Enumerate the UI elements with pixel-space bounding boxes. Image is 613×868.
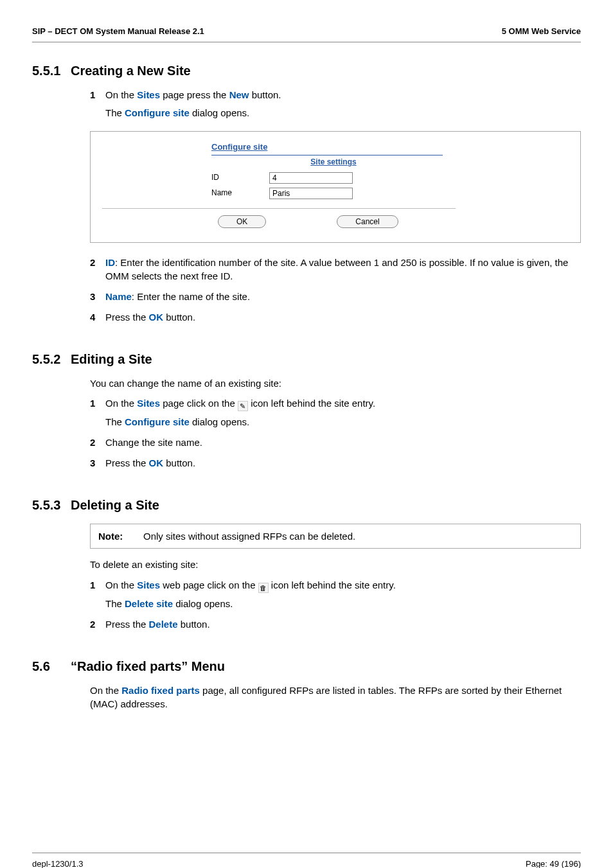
text: Change the site name. bbox=[105, 436, 581, 450]
text: page click on the bbox=[160, 398, 238, 409]
text: Press the bbox=[105, 312, 149, 323]
delete-ref: Delete bbox=[149, 619, 178, 630]
text: The bbox=[105, 107, 125, 118]
text: : Enter the identification number of the… bbox=[105, 257, 568, 282]
list-item: 1 On the Sites page click on the ✎ icon … bbox=[90, 396, 581, 429]
note-text: Only sites without assigned RFPs can be … bbox=[143, 529, 355, 544]
configure-site-dialog: Configure site Site settings ID Name OK … bbox=[90, 131, 581, 242]
text: Press the bbox=[105, 457, 149, 468]
text: dialog opens. bbox=[190, 107, 249, 118]
text: button. bbox=[163, 312, 195, 323]
text: icon left behind the site entry. bbox=[269, 580, 396, 590]
cancel-button[interactable]: Cancel bbox=[337, 215, 398, 228]
input-id[interactable] bbox=[269, 172, 353, 184]
section-title: Editing a Site bbox=[71, 350, 152, 369]
step-number: 2 bbox=[90, 436, 105, 450]
text: button. bbox=[178, 619, 210, 630]
step-number: 4 bbox=[90, 310, 105, 324]
section-title: “Radio fixed parts” Menu bbox=[71, 657, 225, 676]
text: button. bbox=[163, 457, 195, 468]
section-number: 5.5.2 bbox=[32, 350, 71, 369]
page-header: SIP – DECT OM System Manual Release 2.1 … bbox=[32, 26, 581, 42]
step-number: 3 bbox=[90, 290, 105, 304]
form-row-id: ID bbox=[211, 172, 456, 184]
list-item: 3 Press the OK button. bbox=[90, 456, 581, 470]
text: button. bbox=[249, 89, 281, 100]
label-name: Name bbox=[211, 188, 269, 199]
link-radio-fixed-parts: Radio fixed parts bbox=[121, 685, 200, 696]
step-number: 3 bbox=[90, 456, 105, 470]
step-number: 2 bbox=[90, 256, 105, 284]
trash-icon: 🗑 bbox=[258, 583, 269, 593]
section-title: Deleting a Site bbox=[71, 496, 159, 515]
edit-icon: ✎ bbox=[238, 401, 248, 411]
link-sites: Sites bbox=[137, 398, 160, 409]
text: On the bbox=[105, 580, 137, 590]
note-box: Note: Only sites without assigned RFPs c… bbox=[90, 524, 581, 549]
paragraph: On the Radio fixed parts page, all confi… bbox=[90, 684, 581, 712]
section-number: 5.6 bbox=[32, 657, 71, 676]
list-item: 3 Name: Enter the name of the site. bbox=[90, 290, 581, 304]
field-name: Name bbox=[105, 291, 132, 302]
footer-left: depl-1230/1.3 bbox=[32, 858, 84, 868]
text: dialog opens. bbox=[190, 416, 249, 427]
header-left: SIP – DECT OM System Manual Release 2.1 bbox=[32, 26, 204, 38]
section-56-heading: 5.6 “Radio fixed parts” Menu bbox=[32, 657, 581, 676]
list-item: 4 Press the OK button. bbox=[90, 310, 581, 324]
ok-ref: OK bbox=[149, 312, 164, 323]
form-row-name: Name bbox=[211, 188, 456, 199]
text: On the bbox=[105, 398, 137, 409]
header-right: 5 OMM Web Service bbox=[502, 26, 581, 38]
dialog-name: Configure site bbox=[125, 107, 190, 118]
link-sites: Sites bbox=[137, 580, 160, 590]
text: The bbox=[105, 416, 125, 427]
note-label: Note: bbox=[98, 529, 143, 544]
intro-text: To delete an existing site: bbox=[90, 558, 581, 572]
input-name[interactable] bbox=[269, 188, 353, 199]
text: : Enter the name of the site. bbox=[132, 291, 250, 302]
text: web page click on the bbox=[160, 580, 258, 590]
list-item: 1 On the Sites page press the New button… bbox=[90, 88, 581, 120]
section-553-heading: 5.5.3 Deleting a Site bbox=[32, 496, 581, 515]
intro-text: You can change the name of an existing s… bbox=[90, 376, 581, 391]
label-id: ID bbox=[211, 172, 269, 183]
text: dialog opens. bbox=[173, 598, 233, 609]
section-551-heading: 5.5.1 Creating a New Site bbox=[32, 62, 581, 80]
dialog-name: Delete site bbox=[125, 598, 173, 609]
page-footer: depl-1230/1.3 Page: 49 (196) bbox=[32, 853, 581, 868]
dialog-name: Configure site bbox=[125, 416, 190, 427]
step-number: 2 bbox=[90, 617, 105, 632]
section-title: Creating a New Site bbox=[71, 62, 191, 80]
text: page press the bbox=[160, 89, 229, 100]
link-sites: Sites bbox=[137, 89, 160, 100]
dialog-subhead: Site settings bbox=[211, 157, 456, 168]
ok-button[interactable]: OK bbox=[218, 215, 266, 228]
step-number: 1 bbox=[90, 578, 105, 611]
list-item: 1 On the Sites web page click on the 🗑 i… bbox=[90, 578, 581, 611]
section-number: 5.5.1 bbox=[32, 62, 71, 80]
step-number: 1 bbox=[90, 396, 105, 429]
text: The bbox=[105, 598, 125, 609]
text: On the bbox=[105, 89, 137, 100]
ok-ref: OK bbox=[149, 457, 164, 468]
field-id: ID bbox=[105, 257, 115, 268]
text: icon left behind the site entry. bbox=[248, 398, 375, 409]
dialog-title: Configure site bbox=[211, 141, 267, 154]
text: Press the bbox=[105, 619, 149, 630]
list-item: 2 Press the Delete button. bbox=[90, 617, 581, 632]
link-new: New bbox=[229, 89, 249, 100]
list-item: 2 Change the site name. bbox=[90, 436, 581, 450]
step-number: 1 bbox=[90, 88, 105, 120]
text: On the bbox=[90, 685, 121, 696]
section-number: 5.5.3 bbox=[32, 496, 71, 515]
footer-right: Page: 49 (196) bbox=[526, 858, 581, 868]
list-item: 2 ID: Enter the identification number of… bbox=[90, 256, 581, 284]
section-552-heading: 5.5.2 Editing a Site bbox=[32, 350, 581, 369]
